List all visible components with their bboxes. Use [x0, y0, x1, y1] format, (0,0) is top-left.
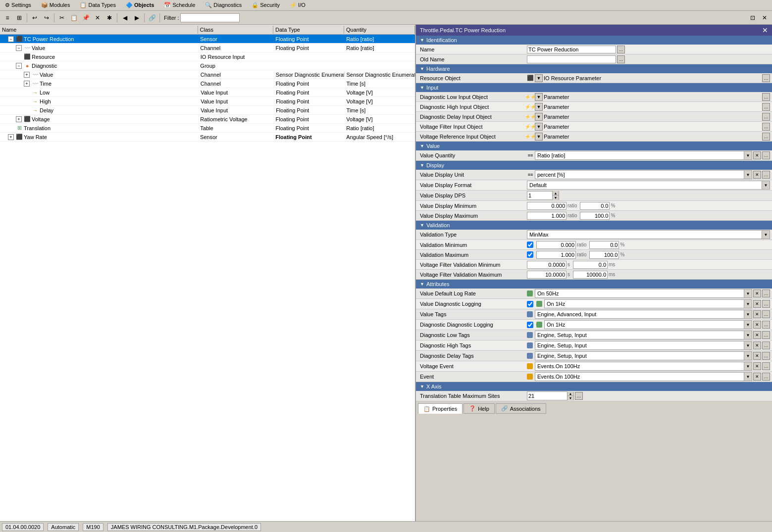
tree-row[interactable]: ⬛ Resource IO Resource Input — [0, 52, 415, 61]
val-diag-log-clear-btn[interactable]: ✕ — [753, 300, 761, 308]
toolbar-btn-2[interactable]: ⊞ — [14, 12, 25, 23]
display-min-left[interactable] — [527, 202, 566, 210]
tree-row[interactable]: ⊞ Translation Table Floating Point Ratio… — [0, 124, 415, 133]
event-more-btn[interactable]: … — [762, 373, 770, 381]
tab-help[interactable]: ❓ Help — [463, 403, 495, 414]
toolbar-btn-1[interactable]: ≡ — [2, 12, 13, 23]
display-max-right[interactable] — [580, 212, 610, 220]
toolbar-btn-5[interactable]: ✂ — [56, 12, 67, 23]
chevron-down-icon[interactable]: ▼ — [762, 181, 770, 189]
expand-icon[interactable]: − — [16, 45, 22, 51]
toolbar-btn-6[interactable]: 📋 — [68, 12, 79, 23]
resource-dropdown-btn[interactable]: ▼ — [535, 74, 543, 82]
toolbar-btn-3[interactable]: ↩ — [29, 12, 40, 23]
diag-delay-tags-dropdown[interactable]: Engine, Setup, Input ▼ — [535, 351, 752, 360]
volt-filter-dd-btn[interactable]: ▼ — [535, 123, 543, 131]
expand-icon[interactable]: + — [24, 81, 30, 87]
value-qty-clear-btn[interactable]: ✕ — [753, 151, 761, 159]
diag-diag-log-clear-btn[interactable]: ✕ — [753, 321, 761, 329]
val-min-left[interactable] — [536, 241, 576, 249]
section-hardware[interactable]: ▼ Hardware — [416, 64, 772, 73]
expand-icon[interactable]: − — [8, 36, 14, 42]
val-min-right[interactable] — [589, 241, 619, 249]
chevron-down-icon[interactable]: ▼ — [744, 300, 752, 308]
chevron-down-icon[interactable]: ▼ — [744, 362, 752, 370]
val-diag-log-check[interactable] — [527, 301, 533, 307]
val-tags-dropdown[interactable]: Engine, Advanced, Input ▼ — [535, 310, 752, 319]
val-tags-more-btn[interactable]: … — [762, 310, 770, 318]
diag-delay-dd-btn[interactable]: ▼ — [535, 113, 543, 121]
menu-diagnostics[interactable]: 🔍 Diagnostics — [202, 1, 245, 9]
val-diag-log-more-btn[interactable]: … — [762, 300, 770, 308]
display-unit-clear-btn[interactable]: ✕ — [753, 171, 761, 179]
menu-datatypes[interactable]: 📋 Data Types — [77, 1, 119, 9]
trans-max-input[interactable] — [527, 392, 567, 400]
expand-icon[interactable]: + — [16, 116, 22, 122]
expand-icon[interactable]: − — [16, 63, 22, 69]
display-max-left[interactable] — [527, 212, 566, 220]
toolbar-btn-12[interactable]: 🔗 — [147, 12, 157, 23]
log-rate-dropdown[interactable]: On 50Hz ▼ — [535, 289, 752, 298]
spin-down-btn[interactable]: ▼ — [553, 195, 559, 200]
chevron-down-icon[interactable]: ▼ — [744, 290, 752, 297]
tree-row[interactable]: + ⬛ Voltage Ratiometric Voltage Floating… — [0, 115, 415, 124]
tree-row[interactable]: → Delay Value Input Floating Point Time … — [0, 106, 415, 115]
tab-associations[interactable]: 🔗 Associations — [496, 403, 546, 414]
diag-delay-tags-more-btn[interactable]: … — [762, 352, 770, 360]
volt-ref-dd-btn[interactable]: ▼ — [535, 133, 543, 141]
resource-more-btn[interactable]: … — [762, 74, 770, 82]
tree-row[interactable]: → Low Value Input Floating Point Voltage… — [0, 88, 415, 97]
menu-objects[interactable]: 🔷 Objects — [123, 1, 157, 9]
spin-down-btn[interactable]: ▼ — [567, 396, 573, 400]
diag-diag-log-more-btn[interactable]: … — [762, 321, 770, 329]
chevron-down-icon[interactable]: ▼ — [762, 231, 770, 239]
dps-spinner[interactable]: ▲ ▼ — [527, 191, 559, 200]
menu-security[interactable]: 🔒 Security — [249, 1, 283, 9]
right-panel-close[interactable]: ✕ — [762, 26, 768, 34]
vf-min-left[interactable] — [527, 261, 566, 269]
section-display[interactable]: ▼ Display — [416, 161, 772, 170]
val-max-left[interactable] — [536, 251, 576, 259]
tree-row[interactable]: → High Value Input Floating Point Voltag… — [0, 97, 415, 106]
display-unit-more-btn[interactable]: … — [762, 171, 770, 179]
vf-min-right[interactable] — [573, 261, 608, 269]
expand-icon[interactable]: + — [8, 134, 14, 140]
diag-diag-log-dropdown[interactable]: On 1Hz ▼ — [544, 320, 752, 329]
tab-properties[interactable]: 📋 Properties — [418, 403, 463, 414]
section-value[interactable]: ▼ Value — [416, 142, 772, 150]
menu-settings[interactable]: ⚙ Settings — [2, 1, 34, 9]
val-tags-clear-btn[interactable]: ✕ — [753, 310, 761, 318]
val-max-check[interactable] — [527, 251, 533, 258]
chevron-down-icon[interactable]: ▼ — [744, 171, 752, 179]
tree-row[interactable]: + 〰 Value Channel Sensor Diagnostic Enum… — [0, 70, 415, 79]
volt-filter-more-btn[interactable]: … — [762, 123, 770, 131]
menu-modules[interactable]: 📦 Modules — [38, 1, 73, 9]
chevron-down-icon[interactable]: ▼ — [744, 310, 752, 318]
event-dropdown[interactable]: Events.On 100Hz ▼ — [535, 372, 752, 381]
val-type-dropdown[interactable]: MinMax ▼ — [527, 230, 770, 239]
toolbar-btn-8[interactable]: ✕ — [92, 12, 103, 23]
spin-up-btn[interactable]: ▲ — [567, 391, 573, 396]
vf-max-left[interactable] — [527, 271, 566, 279]
diag-high-tags-dropdown[interactable]: Engine, Setup, Input ▼ — [535, 341, 752, 350]
log-rate-clear-btn[interactable]: ✕ — [753, 290, 761, 297]
diag-high-more-btn[interactable]: … — [762, 103, 770, 111]
tree-row[interactable]: − ● Diagnostic Group — [0, 61, 415, 70]
val-diag-log-dropdown[interactable]: On 1Hz ▼ — [544, 299, 752, 308]
volt-event-dropdown[interactable]: Events.On 100Hz ▼ — [535, 362, 752, 371]
spin-up-btn[interactable]: ▲ — [553, 191, 559, 195]
volt-event-more-btn[interactable]: … — [762, 362, 770, 370]
trans-max-more-btn[interactable]: … — [575, 392, 583, 400]
vf-max-right[interactable] — [573, 271, 608, 279]
chevron-down-icon[interactable]: ▼ — [744, 321, 752, 329]
section-identification[interactable]: ▼ Identification — [416, 36, 772, 45]
diag-low-dd-btn[interactable]: ▼ — [535, 93, 543, 101]
diag-high-tags-more-btn[interactable]: … — [762, 341, 770, 349]
expand-icon[interactable]: + — [24, 72, 30, 78]
volt-ref-more-btn[interactable]: … — [762, 133, 770, 141]
toolbar-close[interactable]: ✕ — [759, 12, 770, 23]
display-format-dropdown[interactable]: Default ▼ — [527, 181, 770, 190]
display-min-right[interactable] — [580, 202, 610, 210]
filter-input[interactable] — [180, 13, 240, 22]
toolbar-btn-4[interactable]: ↪ — [41, 12, 52, 23]
